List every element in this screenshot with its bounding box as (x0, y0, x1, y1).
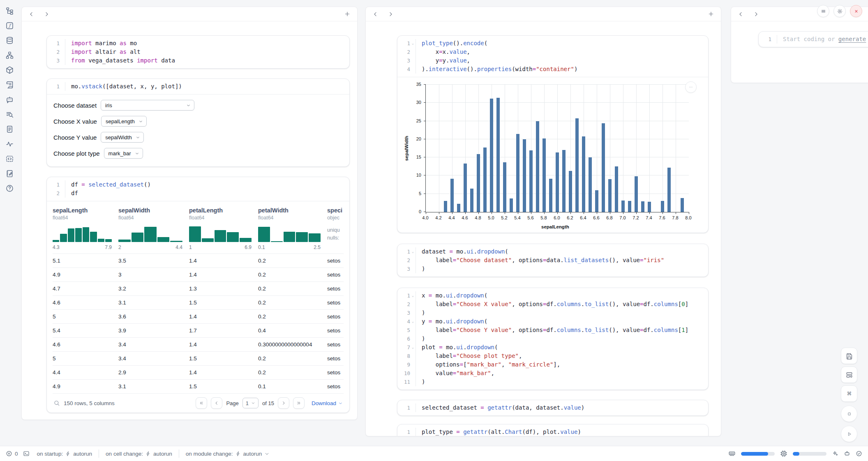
control-row: Choose Y valuesepalWidth (53, 132, 343, 143)
layout-button[interactable] (841, 366, 857, 383)
column-header-petalWidth[interactable]: petalWidthfloat640.12.5 (258, 207, 327, 250)
download-button[interactable]: Download (312, 400, 343, 406)
next-page-button[interactable] (278, 397, 289, 409)
on-cell-change-setting[interactable]: on cell change: autorun (106, 451, 172, 457)
snippets-icon[interactable] (5, 125, 14, 134)
help-icon[interactable] (5, 184, 14, 193)
bar-chart[interactable]: 4.04.24.44.64.85.05.25.45.65.86.06.26.46… (402, 79, 698, 232)
package-icon[interactable] (5, 66, 14, 74)
chart-bar (510, 198, 513, 212)
file-tree-icon[interactable] (5, 7, 14, 15)
xyplot-code-editor[interactable]: 1⌄x = mo.ui.dropdown(2 label="Choose X v… (397, 288, 708, 390)
table-row: 4.93.11.50.1setos (53, 379, 344, 393)
error-count-badge[interactable]: 0 (6, 450, 18, 457)
page-select[interactable]: 1 (242, 398, 259, 408)
scratchpad-icon[interactable] (5, 169, 14, 178)
cell-selected-dataset: 1selected_dataset = getattr(data, datase… (397, 400, 709, 416)
panel1-prev-button[interactable] (28, 11, 35, 17)
chart-bar (542, 138, 546, 212)
vstack-code-editor[interactable]: 1mo.vstack([dataset, x, y, plot]) (47, 79, 349, 94)
run-button[interactable] (841, 426, 857, 442)
imports-code-editor[interactable]: 1import marimo as mo2import altair as al… (47, 36, 349, 68)
dependency-graph-icon[interactable] (5, 51, 14, 60)
panel3-prev-button[interactable] (738, 11, 744, 17)
chart-bar (635, 176, 638, 212)
df-table-body: 5.13.51.40.2setos4.931.40.2setos4.73.21.… (53, 254, 344, 393)
list-search-icon[interactable] (5, 110, 14, 119)
terminal-button[interactable] (23, 450, 30, 457)
choose-dataset-select[interactable]: iris (101, 100, 194, 111)
plot-code-editor[interactable]: 1⌄plot_type().encode(2 x=x.value,3 y=y.v… (397, 36, 708, 77)
column-header-sepalLength[interactable]: sepalLengthfloat644.37.9 (53, 207, 118, 250)
choose-x-value-select[interactable]: sepalLength (101, 116, 147, 127)
panel1-next-button[interactable] (44, 11, 50, 17)
table-row: 53.41.50.2setos (53, 351, 344, 365)
chevron-down-icon (139, 119, 143, 124)
df-table-head: sepalLengthfloat644.37.9sepalWidthfloat6… (53, 203, 344, 254)
menu-button[interactable] (817, 5, 829, 17)
df-code-editor[interactable]: 1df = selected_dataset()2df (47, 177, 349, 201)
ai-assist-button[interactable] (832, 450, 838, 457)
column-header-sepalWidth[interactable]: sepalWidthfloat6424.4 (118, 207, 189, 250)
close-button[interactable] (850, 5, 862, 17)
cell-dataset-dropdown: 1⌄dataset = mo.ui.dropdown(2 label="Choo… (397, 244, 709, 277)
chart-bar (589, 157, 592, 212)
table-row: 4.63.11.50.2setos (53, 295, 344, 309)
panel2-prev-button[interactable] (372, 11, 379, 17)
dots-icon (688, 84, 694, 90)
zap-icon (235, 451, 241, 456)
column-header-petalLength[interactable]: petalLengthfloat6416.9 (189, 207, 258, 250)
prev-page-button[interactable] (211, 397, 222, 409)
floating-actions: ⌘ (841, 348, 857, 442)
panel1-add-cell-button[interactable] (344, 11, 351, 17)
code-box-icon[interactable] (5, 154, 14, 163)
chart-bar (628, 201, 631, 212)
save-button[interactable] (841, 348, 857, 364)
chevron-down-icon (251, 401, 255, 405)
keyboard-shortcuts-button[interactable]: ⌘ (841, 385, 857, 402)
chart-bar (641, 201, 644, 212)
zap-icon (145, 451, 151, 456)
histogram-petalLength (189, 226, 252, 242)
chatbot-icon[interactable] (5, 95, 14, 104)
chart-bar (569, 171, 572, 212)
panel3-next-button[interactable] (753, 11, 759, 17)
assistant-button[interactable] (844, 450, 850, 457)
stop-button[interactable] (841, 406, 857, 422)
plot-type-code-editor[interactable]: 1plot_type = getattr(alt.Chart(df), plot… (397, 424, 708, 436)
chart-bar (556, 152, 559, 212)
settings-button[interactable] (833, 5, 846, 17)
control-label: Choose X value (53, 118, 97, 125)
choose-plot-type-select[interactable]: mark_bar (104, 148, 143, 159)
on-startup-setting[interactable]: on startup: autorun (37, 451, 92, 457)
activity-pulse-icon[interactable] (5, 140, 14, 148)
dataset-code-editor[interactable]: 1⌄dataset = mo.ui.dropdown(2 label="Choo… (397, 244, 708, 277)
chart-bar (661, 201, 664, 212)
database-icon[interactable] (5, 36, 14, 45)
choose-y-value-select[interactable]: sepalWidth (101, 132, 143, 143)
chart-bar (575, 118, 579, 212)
empty-code-editor[interactable]: 1 Start coding or generate with (759, 32, 868, 47)
panel2-next-button[interactable] (388, 11, 394, 17)
divider (99, 449, 99, 458)
floppy-icon (845, 352, 853, 360)
generate-link[interactable]: generate (838, 36, 866, 42)
column-panel-1: 1import marimo as mo2import altair as al… (21, 7, 358, 420)
page-label: Page (226, 400, 238, 406)
selected-code-editor[interactable]: 1selected_dataset = getattr(data, datase… (397, 400, 708, 415)
function-square-icon[interactable]: ƒ (5, 21, 14, 30)
table-row: 53.61.40.2setos (53, 309, 344, 323)
last-page-button[interactable] (293, 397, 305, 409)
health-button[interactable] (856, 450, 862, 457)
chart-actions-button[interactable] (685, 81, 697, 93)
chart-bar (457, 204, 460, 212)
search-icon[interactable] (53, 400, 60, 406)
on-module-change-setting[interactable]: on module change: autorun (186, 451, 270, 457)
column-header-speci[interactable]: speciobjecuniqunulls: (327, 207, 344, 250)
menu-icon (820, 8, 826, 14)
chart-bar (549, 179, 552, 212)
script-scroll-icon[interactable] (5, 81, 14, 89)
first-page-button[interactable] (196, 397, 207, 409)
panel2-add-cell-button[interactable] (708, 11, 714, 17)
histogram-sepalLength (53, 226, 112, 242)
